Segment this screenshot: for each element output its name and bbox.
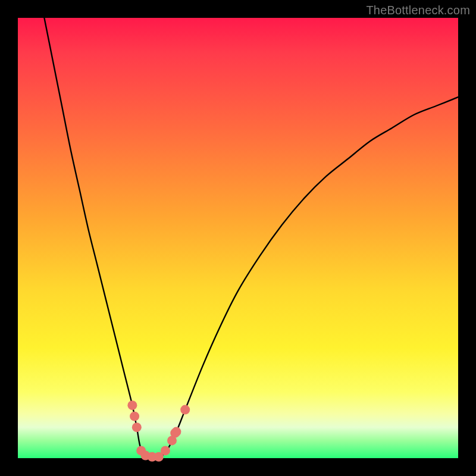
- curve-marker: [130, 412, 139, 421]
- curve-marker: [127, 400, 137, 410]
- curve-marker: [171, 427, 181, 437]
- chart-svg: [18, 18, 458, 458]
- curve-marker: [132, 422, 142, 432]
- chart-plot-area: [18, 18, 458, 458]
- watermark-text: TheBottleneck.com: [366, 4, 470, 17]
- curve-marker: [180, 405, 190, 415]
- curve-marker: [161, 446, 170, 455]
- bottleneck-curve: [44, 18, 458, 459]
- curve-markers: [127, 400, 190, 462]
